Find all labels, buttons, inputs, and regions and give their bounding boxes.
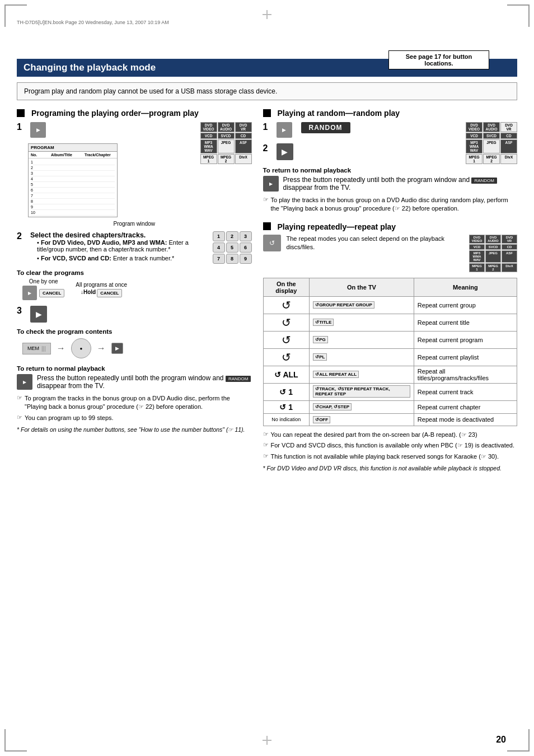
corner-decoration-br <box>507 729 530 752</box>
step-1-program: 1 ▶ <box>17 122 200 138</box>
step-3-program: 3 ▶ <box>17 306 252 323</box>
clear-one-icon: ▶ <box>22 286 37 300</box>
repeat-intro-row: ↺ The repeat modes you can select depend… <box>263 235 517 272</box>
repeat-play-header: Playing repeatedly—repeat play <box>263 222 517 231</box>
repeat-intro-text: The repeat modes you can select depend o… <box>287 235 463 252</box>
page-number: 20 <box>496 735 506 745</box>
meaning-cell: Repeat current group <box>414 296 517 314</box>
table-row: ↺ ALL ↺ALL REPEAT ALL Repeat all titles/… <box>263 366 517 383</box>
display-cell: ↺ <box>263 348 310 366</box>
table-row: ↺ ↺PG Repeat current program <box>263 331 517 348</box>
clear-row: One by one ▶ CANCEL All programs at once… <box>22 278 252 300</box>
note-2-text: You can program up to 99 steps. <box>25 414 114 422</box>
note-1-program: ☞ To program the tracks in the bonus gro… <box>17 394 252 412</box>
table-row: ↺ ↺PL Repeat current playlist <box>263 348 517 366</box>
display-cell-1: ↺ 1 <box>263 383 310 400</box>
disc-badges-random: DVDVIDEO DVDAUDIO DVDVR VCD SVCD CD MP3W… <box>466 122 517 164</box>
corner-decoration-tl <box>4 4 27 27</box>
table-row: ↺ 1 ↺CHAP, ↺STEP Repeat current chapter <box>263 400 517 413</box>
center-crosshair-top <box>263 10 271 19</box>
note-1-text: To program the tracks in the bonus group… <box>25 394 252 412</box>
program-play-header: Programing the playing order—program pla… <box>17 109 252 118</box>
repeat-play-title: Playing repeatedly—repeat play <box>278 222 396 231</box>
program-window-caption: Program window <box>17 221 252 227</box>
file-info: TH-D7D5[U]EN.book Page 20 Wednesday, Jun… <box>17 20 517 25</box>
note-1-random: ☞ To play the tracks in the bonus group … <box>263 196 517 213</box>
clear-title: To clear the programs <box>17 269 252 276</box>
repeat-note-2: ☞ For VCD and SVCD discs, this function … <box>263 441 517 450</box>
display-cell-all: ↺ ALL <box>263 366 310 383</box>
return-normal-row: ▶ Press the button repeatedly until both… <box>17 374 252 390</box>
return-random-text2: disappear from the TV. <box>283 184 351 192</box>
tv-cell: ↺PG <box>310 331 414 348</box>
return-normal-title: To return to normal playback <box>17 365 252 372</box>
step-1-random: 1 ▶ RANDOM <box>263 122 466 138</box>
note-2-program: ☞ You can program up to 99 steps. <box>17 414 252 422</box>
return-normal-program: To return to normal playback ▶ Press the… <box>17 365 252 390</box>
center-crosshair-bottom <box>263 736 271 745</box>
meaning-cell-no: Repeat mode is deactivated <box>414 413 517 426</box>
play-note-random-icon: ▶ <box>263 176 279 192</box>
program-window-cols: No. Album/Title Track/Chapter <box>29 152 117 158</box>
step-1-icon: ▶ <box>30 122 46 138</box>
tv-cell-1b: ↺CHAP, ↺STEP <box>310 400 414 413</box>
table-row: ↺ ↺GROUP REPEAT GROUP Repeat current gro… <box>263 296 517 314</box>
cancel-all-badge: CANCEL <box>97 289 122 297</box>
corner-decoration-bl <box>4 729 27 752</box>
step-2-program: 2 Select the desired chapters/tracks. • … <box>17 231 252 264</box>
meaning-cell-all: Repeat all titles/programs/tracks/files <box>414 366 517 383</box>
corner-decoration-tr <box>507 4 530 27</box>
meaning-cell: Repeat current playlist <box>414 348 517 366</box>
check-section: To check the program contents MEM ||| → … <box>17 328 252 358</box>
play-note-icon: ▶ <box>17 374 32 390</box>
remote-icon: ▶ <box>111 343 123 354</box>
repeat-note-1: ☞ You can repeat the desired part from t… <box>263 431 517 439</box>
program-window-title: PROGRAM <box>29 144 117 152</box>
return-normal-random-title: To return to normal playback <box>263 167 517 174</box>
step-2-random: 2 ▶ <box>263 143 466 160</box>
table-row: ↺ 1 ↺TRACK, ↺STEP REPEAT TRACK, REPEAT S… <box>263 383 517 400</box>
step-3-number: 3 <box>17 306 26 316</box>
step-2-bullet-1: • For DVD Video, DVD Audio, MP3 and WMA:… <box>37 239 208 253</box>
display-cell: ↺ <box>263 314 310 331</box>
tv-cell-1: ↺TRACK, ↺STEP REPEAT TRACK, REPEAT STEP <box>310 383 414 400</box>
return-text: Press the button repeatedly until both t… <box>37 374 224 382</box>
return-normal-random: To return to normal playback ▶ Press the… <box>263 167 517 192</box>
header-note: See page 17 for button locations. <box>388 50 489 69</box>
hold-label: ↓Hold <box>81 289 96 295</box>
col-meaning: Meaning <box>414 278 517 296</box>
repeat-footnote: * For DVD Video and DVD VR discs, this f… <box>263 464 517 473</box>
program-play-title: Programing the playing order—program pla… <box>31 109 199 118</box>
clear-section: To clear the programs One by one ▶ CANCE… <box>17 269 252 300</box>
tv-cell: ↺PL <box>310 348 414 366</box>
col-display: On the display <box>263 278 310 296</box>
check-icons-row: MEM ||| → ● → ▶ <box>22 338 252 358</box>
arrow-icon-2: → <box>97 343 106 353</box>
disc-badges-program: DVDVIDEO DVDAUDIO DVDVR VCD SVCD CD MP3W… <box>200 122 252 164</box>
arrow-icon: → <box>57 343 65 353</box>
program-window-rows: 1 2 3 4 5 6 7 8 9 10 <box>29 158 117 217</box>
repeat-icon: ↺ <box>263 235 281 251</box>
display-cell-no: No indication <box>263 413 310 426</box>
meaning-cell-1b: Repeat current chapter <box>414 400 517 413</box>
meaning-cell: Repeat current program <box>414 331 517 348</box>
repeat-notes: ☞ You can repeat the desired part from t… <box>263 431 517 473</box>
repeat-table: On the display On the TV Meaning ↺ ↺GROU… <box>263 278 517 426</box>
repeat-note-3: ☞ This function is not available while p… <box>263 452 517 461</box>
step-3-icon: ▶ <box>30 306 47 323</box>
meaning-cell: Repeat current title <box>414 314 517 331</box>
program-window: PROGRAM No. Album/Title Track/Chapter 1 … <box>28 143 118 217</box>
step-2-random-number: 2 <box>263 143 272 153</box>
repeat-play-section: Playing repeatedly—repeat play ↺ The rep… <box>263 222 517 473</box>
section-icon-repeat <box>263 222 271 230</box>
footnote-program: * For details on using the number button… <box>17 426 252 434</box>
disc-badges-repeat: DVDVIDEO DVDAUDIO DVDVR VCD SVCD CD MP3W… <box>469 235 517 272</box>
repeat-note-2-text: For VCD and SVCD discs, this function is… <box>271 441 515 450</box>
memory-icon: MEM ||| <box>22 343 51 354</box>
step-2-random-icon: ▶ <box>277 143 293 160</box>
cancel-one-badge: CANCEL <box>39 289 64 297</box>
step-2-title: Select the desired chapters/tracks. <box>30 231 208 239</box>
number-buttons: 123 456 789 <box>213 231 252 264</box>
repeat-note-1-text: You can repeat the desired part from the… <box>271 431 477 439</box>
warning-box: Program play and random play cannot be u… <box>17 82 517 100</box>
